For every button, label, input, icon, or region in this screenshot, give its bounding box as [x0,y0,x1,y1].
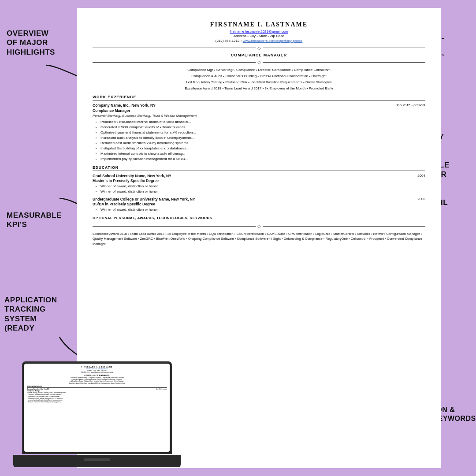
work-experience-title: WORK EXPERIENCE [93,95,425,100]
optional-title: OPTIONAL PERSONAL, AWARDS, TECHNOLOGIES,… [93,216,425,221]
title-divider-bottom: ◇ [93,60,425,65]
summary-line2: Compliance & Audit • Consensus Building … [93,74,425,79]
edu2-school: Undergraduate College or University Name… [93,197,195,201]
edu1-bullet2: Winner of award, distinction or honor [100,189,425,194]
opt-diamond: ◇ [257,224,261,229]
job1-header: Company Name, Inc., New York, NY Jan 201… [93,103,425,108]
job1-bullets: Produced x risk-based internal audits of… [93,119,425,162]
edu2-bullets: Winner of award, distinction or honor [93,207,425,212]
edu1-header: Grad School University Name, New York, N… [93,174,425,178]
bullet-6: Instigated the building of xx templates … [100,146,425,151]
laptop-base [13,455,181,467]
job1-dates: Jan 2015 - present [396,103,425,108]
summary-line1: Compliance Mgr • Senior Mgr., Compliance… [93,67,425,73]
label-overview: OVERVIEWOF MAJORHIGHLIGHTS [7,29,72,57]
edu1-degree: Master's in Precisely Specific Degree [93,178,425,183]
resume-email[interactable]: firstname.lastname.2021@gmail.com [93,30,425,33]
diamond-right: ◇ [257,60,261,65]
bullet-3: Optimized year-end financial statements … [100,130,425,135]
edu1-bullets: Winner of award, distinction or honor Wi… [93,184,425,194]
job1-subtitle: Personal Banking, Business Banking, Trus… [93,114,425,118]
bullet-1: Produced x risk-based internal audits of… [100,119,425,125]
edu1-year: 2004 [417,174,425,178]
mini-work-title: WORK EXPERIENCE [27,386,167,388]
summary-line3: Led Regulatory Testing • Reduced Risk • … [93,80,425,85]
resume-address: Address - City - State - Zip Code [93,34,425,38]
bullet-7: Maximized internal controls to show a xx… [100,151,425,156]
optional-text: Excellence Award 2018 • Team Lead Award … [93,231,425,246]
job1-title: Compliance Manager [93,108,425,113]
laptop-screen: FIRSTNAME I. LASTNAME firstname.lastname… [22,361,172,454]
edu2-header: Undergraduate College or University Name… [93,197,425,201]
edu1-school: Grad School University Name, New York, N… [93,174,171,178]
laptop-thumbnail: FIRSTNAME I. LASTNAME firstname.lastname… [13,361,181,467]
summary-line4: Excellence Award 2018 • Team Lead Award … [93,86,425,91]
mini-dates: Jan 2015 - present [156,388,167,390]
optional-divider: ◇ [93,224,425,229]
mini-phone: (212) 555-1212 • www.theladders.com/expe… [27,372,167,373]
bullet-2: Generated x SOX complaint audits of x fi… [100,125,425,130]
resume-name: FIRSTNAME I. LASTNAME [93,21,425,28]
bullet-4: Increased audit analysis to identify $xx… [100,135,425,141]
mini-bullets: • Produced x risk-based internal audits … [27,394,167,403]
diamond-left: ◇ [257,45,261,50]
resume-title: COMPLIANCE MANAGER [93,53,425,57]
job1-company: Company Name, Inc., New York, NY [93,103,156,108]
mini-title: COMPLIANCE MANAGER [27,374,167,376]
edu2-year: 2000 [417,197,425,201]
edu2-block: Undergraduate College or University Name… [93,197,425,212]
resume-phone-linkedin[interactable]: (212) 555-1212 • www.theladders.com/expe… [93,39,425,43]
laptop-screen-inner: FIRSTNAME I. LASTNAME firstname.lastname… [24,364,170,452]
title-divider: ◇ [93,45,425,50]
edu1-bullet1: Winner of award, distinction or honor [100,184,425,189]
education-title: EDUCATION [93,165,425,171]
label-ats: APPLICATIONTRACKINGSYSTEM(READY [4,295,70,333]
edu2-degree: BS/BA in Precisely Specific Degree [93,202,425,206]
bullet-5: Reduced cost audit timelines x% by intro… [100,141,425,146]
bullet-8: Implemented pay application management f… [100,156,425,162]
mini-summary: Compliance Mgr • Senior Mgr., Compliance… [27,377,167,384]
edu2-bullet1: Winner of award, distinction or honor [100,207,425,212]
page-wrapper: OVERVIEWOF MAJORHIGHLIGHTS MEASURABLEKPI… [0,0,476,476]
